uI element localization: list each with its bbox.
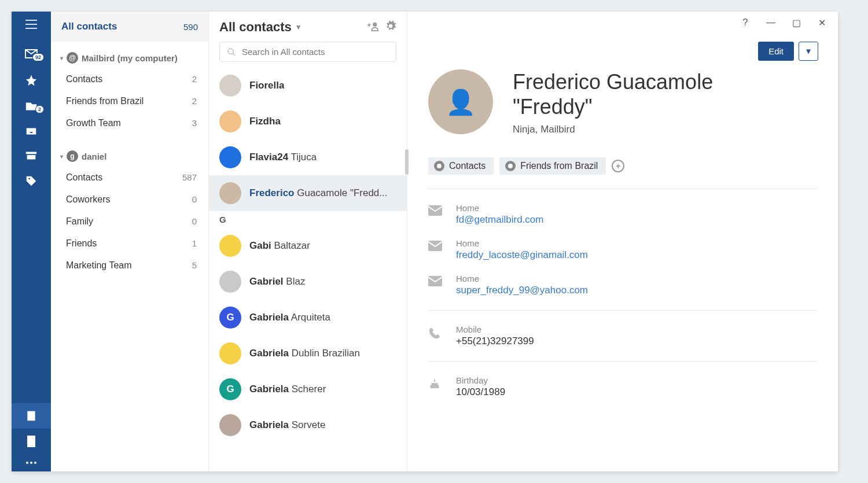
group-row[interactable]: Coworkers 0 — [60, 189, 199, 211]
nav-starred[interactable] — [12, 67, 51, 94]
app-window: ? — ▢ ✕ 92 2 — [12, 12, 838, 471]
address-book-icon — [25, 410, 37, 422]
edit-button[interactable]: Edit — [758, 42, 794, 61]
group-row[interactable]: Growth Team 3 — [60, 112, 199, 134]
minimize-button[interactable]: — — [766, 17, 775, 28]
group-row[interactable]: Contacts 587 — [60, 167, 199, 189]
group-label: Friends — [66, 238, 97, 249]
group-count: 5 — [192, 260, 197, 271]
folder-badge: 2 — [35, 105, 44, 113]
contact-row[interactable]: Flavia24 Tijuca — [209, 139, 407, 175]
account-icon: @ — [67, 52, 78, 64]
nav-inbox[interactable]: 92 — [12, 42, 51, 67]
contact-name: Flavia24 Tijuca — [249, 152, 317, 163]
group-row[interactable]: Marketing Team 5 — [60, 255, 199, 276]
groups-title: All contacts — [61, 21, 117, 32]
svg-point-6 — [508, 164, 513, 168]
list-title-dropdown[interactable]: All contacts ▼ — [219, 20, 363, 35]
group-count: 0 — [192, 194, 197, 205]
mail-icon — [428, 238, 443, 253]
svg-point-5 — [437, 164, 442, 168]
contact-detail-pane: Edit ▼ 👤 Frederico Guacamole "Freddy" Ni… — [407, 12, 838, 471]
search-input[interactable] — [242, 47, 389, 57]
tray-icon — [25, 126, 38, 137]
groups-all-contacts[interactable]: All contacts 590 — [51, 12, 208, 42]
add-contact-button[interactable] — [367, 21, 380, 34]
nav-tags[interactable] — [12, 168, 51, 194]
group-row[interactable]: Friends 1 — [60, 233, 199, 255]
contact-row[interactable]: Fizdha — [209, 104, 407, 139]
avatar — [219, 271, 241, 293]
hamburger-button[interactable] — [12, 12, 51, 42]
nav-notes[interactable] — [12, 429, 51, 454]
avatar: G — [219, 307, 241, 329]
maximize-button[interactable]: ▢ — [792, 17, 801, 28]
group-row[interactable]: Family 0 — [60, 211, 199, 233]
contact-name: Gabriela Scherer — [249, 384, 326, 395]
add-tag-button[interactable]: + — [612, 160, 624, 172]
inbox-badge: 92 — [32, 53, 44, 61]
nav-important[interactable]: 2 — [12, 94, 51, 119]
group-label: Growth Team — [66, 118, 121, 128]
group-section-header[interactable]: ▾ @ Mailbird (my computer) — [60, 47, 199, 68]
nav-rail: 92 2 — [12, 12, 51, 471]
avatar — [219, 110, 241, 132]
nav-more[interactable] — [12, 454, 51, 471]
contact-tag[interactable]: Contacts — [428, 157, 494, 175]
list-title-text: All contacts — [219, 20, 292, 35]
svg-point-4 — [228, 49, 233, 54]
email-value[interactable]: super_freddy_99@yahoo.com — [456, 285, 588, 296]
email-value[interactable]: fd@getmailbird.com — [456, 214, 543, 226]
phone-icon — [428, 325, 443, 342]
group-label: Contacts — [66, 74, 102, 84]
group-label: Contacts — [66, 172, 102, 183]
group-row[interactable]: Contacts 2 — [60, 68, 199, 90]
contact-list: Fiorella Fizdha Flavia24 Tijuca Frederic… — [209, 68, 407, 471]
group-count: 2 — [192, 96, 197, 106]
groups-count: 590 — [183, 22, 198, 32]
close-button[interactable]: ✕ — [817, 17, 826, 28]
group-section-header[interactable]: ▾ g daniel — [60, 146, 199, 167]
contact-name: Frederico Guacamole "Fredd... — [249, 187, 388, 199]
edit-dropdown-button[interactable]: ▼ — [799, 42, 818, 61]
settings-button[interactable] — [385, 20, 396, 34]
avatar — [219, 235, 241, 257]
group-count: 1 — [192, 238, 197, 249]
avatar — [219, 342, 241, 364]
email-label: Home — [456, 238, 588, 248]
nav-archive[interactable] — [12, 143, 51, 168]
avatar: G — [219, 378, 241, 400]
nav-sent[interactable] — [12, 119, 51, 143]
contact-row[interactable]: Fiorella — [209, 68, 407, 104]
contact-row[interactable]: Gabriel Blaz — [209, 264, 407, 300]
notes-icon — [26, 436, 36, 447]
help-button[interactable]: ? — [741, 17, 750, 28]
email-label: Home — [456, 203, 543, 213]
search-box[interactable] — [219, 42, 396, 62]
contact-name: Gabriela Sorvete — [249, 419, 325, 431]
contact-name: Fizdha — [249, 116, 281, 127]
birthday-label: Birthday — [456, 375, 505, 385]
contact-list-pane: All contacts ▼ Fiorella Fizdha Flavia24 … — [209, 12, 407, 471]
contact-row[interactable]: Frederico Guacamole "Fredd... — [209, 175, 407, 211]
contact-row[interactable]: G Gabriela Scherer — [209, 371, 407, 407]
nav-contacts[interactable] — [12, 403, 51, 429]
mail-icon — [428, 274, 443, 289]
cake-icon — [428, 375, 443, 393]
contact-row[interactable]: G Gabriela Arquiteta — [209, 300, 407, 335]
contact-tag[interactable]: Friends from Brazil — [499, 157, 606, 175]
add-person-icon — [367, 21, 380, 31]
contact-row[interactable]: Gabi Baltazar — [209, 228, 407, 264]
contact-name: Gabriela Arquiteta — [249, 312, 330, 323]
groups-pane: All contacts 590 ▾ @ Mailbird (my comput… — [51, 12, 209, 471]
group-row[interactable]: Friends from Brazil 2 — [60, 90, 199, 112]
archive-icon — [25, 150, 38, 161]
caret-down-icon: ▼ — [804, 47, 812, 56]
contact-avatar: 👤 — [428, 69, 493, 134]
divider — [428, 361, 817, 362]
svg-point-2 — [34, 462, 36, 464]
contact-row[interactable]: Gabriela Sorvete — [209, 407, 407, 443]
contact-row[interactable]: Gabriela Dublin Brazilian — [209, 335, 407, 371]
avatar — [219, 182, 241, 204]
email-value[interactable]: freddy_lacoste@ginamail.com — [456, 249, 588, 261]
